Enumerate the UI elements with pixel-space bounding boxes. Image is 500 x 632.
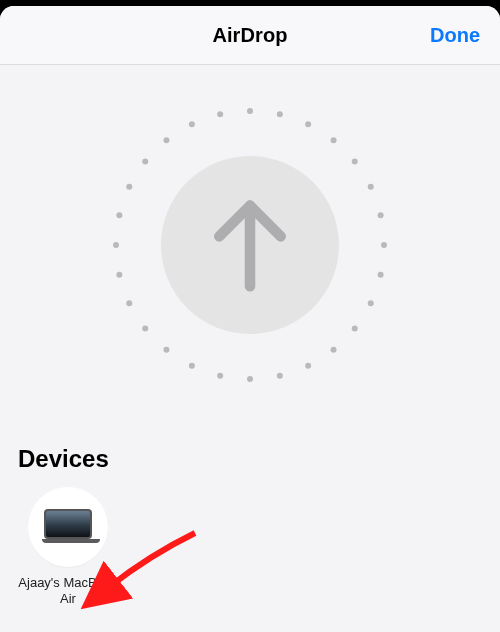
page-title: AirDrop bbox=[212, 24, 287, 47]
macbook-icon bbox=[42, 509, 94, 545]
radar-dot bbox=[189, 363, 195, 369]
radar-dot bbox=[217, 373, 223, 379]
radar-dot bbox=[378, 212, 384, 218]
airdrop-radar bbox=[110, 105, 390, 385]
airdrop-sheet: AirDrop Done Devices Ajaa bbox=[0, 6, 500, 632]
radar-dot bbox=[142, 326, 148, 332]
devices-header: Devices bbox=[18, 445, 482, 473]
radar-dot bbox=[381, 242, 387, 248]
radar-dot bbox=[368, 300, 374, 306]
radar-dot bbox=[113, 242, 119, 248]
radar-dot bbox=[163, 137, 169, 143]
radar-dot bbox=[305, 121, 311, 127]
radar-dot bbox=[305, 363, 311, 369]
radar-dot bbox=[378, 272, 384, 278]
arrow-up-icon bbox=[202, 190, 298, 300]
radar-dot bbox=[352, 158, 358, 164]
radar-dot bbox=[247, 376, 253, 382]
device-avatar bbox=[28, 487, 108, 567]
radar-dot bbox=[126, 184, 132, 190]
radar-dot bbox=[163, 347, 169, 353]
radar-dot bbox=[368, 184, 374, 190]
radar-dot bbox=[126, 300, 132, 306]
device-ajaay-macbook-air[interactable]: Ajaay's MacBook Air bbox=[18, 487, 118, 608]
radar-dot bbox=[217, 111, 223, 117]
nav-bar: AirDrop Done bbox=[0, 6, 500, 65]
radar-dot bbox=[116, 272, 122, 278]
radar-dot bbox=[277, 373, 283, 379]
radar-dot bbox=[116, 212, 122, 218]
device-label: Ajaay's MacBook Air bbox=[18, 575, 118, 608]
content-area: Devices Ajaay's MacBook Air bbox=[0, 105, 500, 608]
device-list: Ajaay's MacBook Air bbox=[18, 487, 482, 608]
radar-dot bbox=[277, 111, 283, 117]
radar-dot bbox=[189, 121, 195, 127]
done-button[interactable]: Done bbox=[430, 24, 480, 47]
radar-dot bbox=[247, 108, 253, 114]
radar-dot bbox=[331, 347, 337, 353]
radar-dot bbox=[142, 158, 148, 164]
arrow-circle bbox=[161, 156, 339, 334]
radar-dot bbox=[331, 137, 337, 143]
radar-dot bbox=[352, 326, 358, 332]
